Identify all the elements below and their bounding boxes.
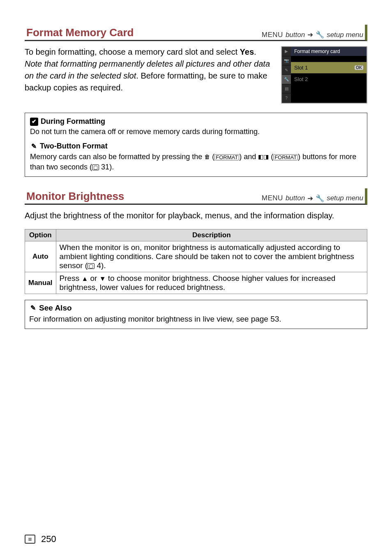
option-auto-label: Auto [25,241,56,272]
arrow-icon: ➜ [307,30,313,39]
camera-row-slot2: Slot 2 [291,73,367,85]
during-formatting-title: During Formatting [41,116,105,127]
option-manual-desc: Press ▲ or ▼ to choose monitor brightnes… [56,272,367,294]
format-label-2: FORMAT [273,154,298,160]
section-header-format-card: Format Memory Card MENU button ➜ 🔧 setup… [25,25,367,41]
menu-path: MENU button ➜ 🔧 setup menu [262,30,363,39]
meter-icon: ◧◨ [258,153,269,160]
menu-path-mb: MENU button ➜ 🔧 setup menu [262,194,363,203]
col-option: Option [25,229,56,241]
option-auto-desc: When the monitor is on, monitor brightne… [56,241,367,272]
camera-tab-3: ✎ [282,65,291,75]
page-footer: ≣ 250 [25,534,367,544]
monitor-brightness-intro: Adjust the brightness of the monitor for… [25,210,367,222]
page-number: 250 [41,534,56,544]
camera-tab-5: ▤ [282,84,291,94]
format-label-1: FORMAT [214,154,239,160]
section-title: Format Memory Card [26,26,134,39]
twobtn-text-4: ). [109,163,114,171]
section-title-mb: Monitor Brightness [26,190,124,203]
format-intro-row: To begin formatting, choose a memory car… [25,46,367,104]
warning-icon: ✔ [30,118,38,126]
twobtn-pageref: 31 [101,163,109,171]
intro-period: . [254,47,256,56]
twobtn-text-2: and [242,153,258,161]
see-also-body: For information on adjusting monitor bri… [29,314,363,325]
option-manual-label: Manual [25,272,56,294]
slot1-label: Slot 1 [294,65,308,71]
camera-row-slot1: Slot 1 OK [291,62,367,73]
button-word-mb: button [286,194,305,202]
camera-tab-1: ▶ [282,47,291,56]
col-description: Description [56,229,367,241]
menu-label: MENU [262,31,283,39]
footer-menu-icon: ≣ [25,535,35,544]
page-ref-icon: ▢ [92,164,99,170]
camera-screenshot: ▶ 📷 ✎ 🔧 ▤ ? Format memory card Slot 1 OK… [281,46,367,104]
see-also-box: ✎ See Also For information on adjusting … [25,300,367,329]
format-intro-text: To begin formatting, choose a memory car… [25,46,275,94]
brightness-options-table: Option Description Auto When the monitor… [25,229,367,294]
table-row: Auto When the monitor is on, monitor bri… [25,241,367,272]
manual-desc-1: Press [60,274,82,283]
camera-menu-title: Format memory card [291,47,367,56]
camera-side-tabs: ▶ 📷 ✎ 🔧 ▤ ? [282,47,291,103]
wrench-icon: 🔧 [316,30,324,39]
menu-label-mb: MENU [262,194,283,202]
table-row: Manual Press ▲ or ▼ to choose monitor br… [25,272,367,294]
manual-desc-2: or [88,274,99,283]
see-also-head: ✎ See Also [29,303,363,314]
twobtn-text-1: Memory cards can also be formatted by pr… [30,153,204,161]
down-triangle-icon: ▼ [99,275,106,282]
camera-main: Format memory card Slot 1 OK Slot 2 [291,47,367,103]
auto-pageref: 4 [97,261,101,270]
see-also-title: See Also [39,303,72,314]
during-formatting-body: Do not turn the camera off or remove mem… [30,127,362,137]
two-button-head: ✎ Two-Button Format [30,141,362,151]
two-button-title: Two-Button Format [40,141,108,151]
section-header-monitor-brightness: Monitor Brightness MENU button ➜ 🔧 setup… [25,188,367,205]
pencil-icon: ✎ [30,143,37,150]
ok-badge: OK [355,65,363,70]
camera-tab-6: ? [282,93,291,103]
camera-tab-2: 📷 [282,56,291,66]
intro-prefix: To begin formatting, choose a memory car… [25,47,240,56]
trash-icon: 🗑 [204,153,210,160]
intro-yes: Yes [240,47,254,56]
page-ref-icon-auto: ▢ [88,263,95,269]
camera-tab-4-selected: 🔧 [282,75,291,84]
two-button-body: Memory cards can also be formatted by pr… [30,152,362,172]
during-formatting-head: ✔ During Formatting [30,116,362,127]
up-triangle-icon: ▲ [81,275,88,282]
pencil-icon-seealso: ✎ [29,304,37,312]
button-word: button [286,31,305,39]
slot2-label: Slot 2 [294,76,308,82]
wrench-icon-mb: 🔧 [316,194,324,203]
setup-menu-label: setup menu [327,31,363,39]
auto-desc-2: ). [101,261,106,270]
format-callout-box: ✔ During Formatting Do not turn the came… [25,113,367,177]
setup-menu-label-mb: setup menu [327,194,363,202]
arrow-icon-mb: ➜ [307,194,313,203]
